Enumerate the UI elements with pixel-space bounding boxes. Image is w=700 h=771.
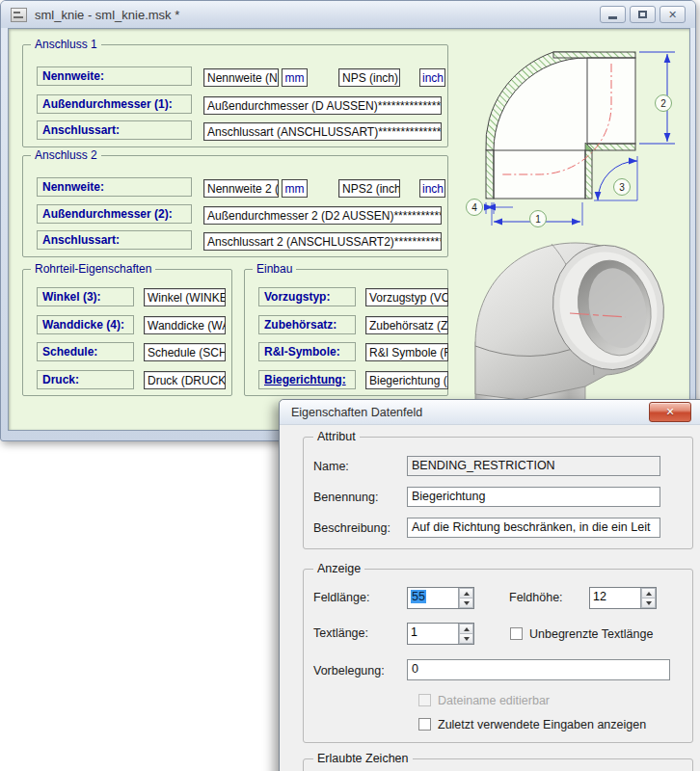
beschreibung-label: Beschreibung: [313, 521, 390, 535]
field-winkel[interactable]: Winkel (WINKEL) [144, 288, 226, 306]
field-nennweite-1[interactable]: Nennweite (NENNWEITE) [203, 68, 279, 87]
feldlaenge-label: Feldlänge: [313, 591, 369, 604]
field-biegerichtung[interactable]: Biegerichtung (BENDING_RESTRICTION) [365, 371, 448, 389]
group-erlaubte-zeichen: Erlaubte Zeichen [303, 758, 693, 771]
dateiname-checkbox [418, 694, 431, 706]
label-aussendurchmesser-2: Außendurchmesser (2): [37, 204, 192, 224]
field-ri-symbole[interactable]: R&I Symbole (R&I_SYMBOLE) [365, 343, 448, 361]
name-label: Name: [313, 460, 349, 473]
field-nennweite-2[interactable]: Nennweite 2 (NENNWEITE2) [203, 179, 279, 198]
balloon-4: 4 [471, 202, 477, 213]
spin-up-icon [646, 592, 652, 596]
label-schedule: Schedule: [37, 342, 134, 361]
spin-up-button[interactable] [641, 588, 656, 598]
close-icon: ✕ [665, 407, 674, 417]
field-anschlussart-1[interactable]: Anschlussart (ANSCHLUSSART)*************… [203, 122, 442, 141]
group-title: Anschluss 2 [31, 148, 101, 162]
spin-up-button[interactable] [459, 588, 473, 598]
group-title: Erlaubte Zeichen [313, 752, 413, 765]
group-title: Anzeige [313, 562, 364, 575]
balloon-1: 1 [535, 214, 541, 225]
spin-down-button[interactable] [459, 598, 473, 608]
elbow-section-drawing: 2 3 4 1 [457, 33, 698, 232]
mask-canvas: Anschluss 1 Nennweite: Nennweite (NENNWE… [8, 28, 690, 431]
vorbelegung-label: Vorbelegung: [313, 664, 385, 678]
main-window: sml_knie - sml_knie.msk * ✕ Anschluss 1 … [0, 0, 696, 441]
label-druck: Druck: [37, 370, 134, 389]
dateiname-checkbox-label: Dateiname editierbar [438, 694, 550, 707]
field-vorzugstyp[interactable]: Vorzugstyp (VORZUGSTYP) [365, 288, 448, 306]
feldhoehe-spinner[interactable]: 12 [589, 587, 657, 609]
window-title: sml_knie - sml_knie.msk * [35, 8, 179, 22]
unbegrenzte-checkbox-label[interactable]: Unbegrenzte Textlänge [529, 627, 653, 641]
field-aussendurchmesser-2[interactable]: Außendurchmesser 2 (D2 AUSSEN)**********… [203, 206, 442, 225]
unit-inch-2[interactable]: inch [419, 179, 445, 198]
textlaenge-label: Textlänge: [313, 626, 368, 640]
dialog-title-bar[interactable]: Eigenschaften Datenfeld ✕ [280, 400, 700, 425]
dialog-close-button[interactable]: ✕ [649, 402, 691, 422]
field-zubehoersatz[interactable]: Zubehörsatz (ZUBEHOERSATZ) [365, 316, 448, 334]
name-field[interactable]: BENDING_RESTRICTION [407, 456, 660, 476]
label-ri-symbole: R&I-Symbole: [258, 342, 356, 361]
feldhoehe-label: Feldhöhe: [509, 591, 563, 604]
feldlaenge-spinner[interactable]: 55 [407, 587, 474, 609]
label-winkel: Winkel (3): [37, 287, 134, 306]
minimize-button[interactable] [600, 6, 626, 23]
dialog-title: Eigenschaften Datenfeld [291, 406, 422, 419]
minimize-icon [608, 16, 617, 19]
maximize-button[interactable] [630, 6, 656, 23]
field-wanddicke[interactable]: Wanddicke (WANDDICKE) [144, 316, 226, 334]
label-zubehoersatz: Zubehörsatz: [258, 315, 356, 334]
spin-up-icon [464, 627, 470, 631]
spin-up-icon [464, 592, 470, 596]
group-title: Attribut [313, 430, 360, 443]
label-anschlussart-1: Anschlussart: [37, 120, 192, 140]
label-vorzugstyp: Vorzugstyp: [258, 287, 356, 306]
window-controls: ✕ [600, 6, 686, 23]
label-wanddicke: Wanddicke (4): [37, 315, 134, 334]
label-nennweite-1: Nennweite: [37, 66, 192, 86]
close-icon: ✕ [668, 10, 677, 20]
label-biegerichtung: Biegerichtung: [258, 370, 356, 389]
vorbelegung-field[interactable]: 0 [407, 659, 670, 680]
beschreibung-field[interactable]: Auf die Richtung beschränken, in die ein… [407, 518, 660, 538]
textlaenge-value[interactable]: 1 [408, 624, 458, 644]
field-schedule[interactable]: Schedule (SCHEDULE) [144, 343, 226, 361]
spin-down-button[interactable] [641, 598, 656, 608]
close-button[interactable]: ✕ [660, 6, 686, 23]
maximize-icon [638, 11, 647, 18]
field-nps-2[interactable]: NPS2 (inch) (NPS2) [338, 179, 400, 198]
field-druck[interactable]: Druck (DRUCK) [144, 371, 226, 389]
balloon-3: 3 [619, 182, 625, 193]
benennung-field[interactable]: Biegerichtung [407, 487, 660, 507]
feldlaenge-value[interactable]: 55 [411, 590, 426, 603]
balloon-2: 2 [660, 98, 666, 109]
group-title: Anschluss 1 [31, 38, 101, 51]
spin-down-icon [646, 601, 652, 605]
spin-down-icon [464, 601, 470, 605]
group-title: Einbau [253, 262, 296, 276]
main-title-bar[interactable]: sml_knie - sml_knie.msk * ✕ [1, 1, 695, 28]
field-aussendurchmesser-1[interactable]: Außendurchmesser (D AUSSEN)*************… [203, 96, 442, 115]
screen: sml_knie - sml_knie.msk * ✕ Anschluss 1 … [0, 0, 700, 771]
label-nennweite-2: Nennweite: [37, 177, 192, 197]
zuletzt-checkbox[interactable] [418, 718, 431, 731]
field-nps-1[interactable]: NPS (inch) (NPS) [338, 68, 400, 87]
spin-down-icon [464, 637, 470, 641]
properties-dialog: Eigenschaften Datenfeld ✕ Attribut Name:… [279, 399, 700, 771]
label-aussendurchmesser-1: Außendurchmesser (1): [37, 94, 192, 114]
unit-mm-2[interactable]: mm [282, 179, 308, 198]
unit-inch-1[interactable]: inch [419, 68, 445, 87]
group-title: Rohrteil-Eigenschaften [31, 262, 155, 276]
textlaenge-spinner[interactable]: 1 [407, 623, 474, 645]
benennung-label: Benennung: [313, 491, 378, 504]
zuletzt-checkbox-label[interactable]: Zuletzt verwendete Eingaben anzeigen [438, 718, 646, 731]
app-icon [11, 8, 27, 22]
unbegrenzte-checkbox[interactable] [510, 627, 523, 640]
spin-up-button[interactable] [459, 624, 473, 634]
spin-down-button[interactable] [459, 634, 473, 644]
unit-mm-1[interactable]: mm [282, 68, 308, 87]
field-anschlussart-2[interactable]: Anschlussart 2 (ANSCHLUSSART2)**********… [203, 232, 442, 251]
label-anschlussart-2: Anschlussart: [37, 230, 192, 250]
feldhoehe-value[interactable]: 12 [590, 588, 640, 608]
